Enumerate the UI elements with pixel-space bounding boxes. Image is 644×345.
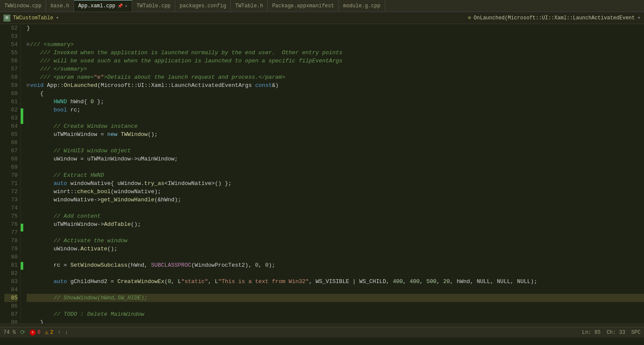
code-line (27, 32, 644, 40)
line-num: 79 (4, 245, 18, 253)
class-dropdown[interactable]: ▾ (56, 15, 59, 21)
error-icon: ✕ (30, 330, 36, 336)
code-line: winrt::check_bool(windowNative); (27, 188, 644, 196)
class-icon: ⊞ (3, 15, 10, 22)
line-num: 86 (4, 302, 18, 310)
tab-package[interactable]: Package.appxmanifest (268, 0, 339, 12)
cursor-col: Ch: 33 (607, 330, 625, 336)
method-dropdown[interactable]: ▾ (638, 15, 641, 21)
code-line (27, 228, 644, 237)
scrollbar-horizontal[interactable] (0, 323, 644, 327)
code-line: rc = SetWindowSubclass(hWnd, SUBCLASSPRO… (27, 261, 644, 269)
code-line: // TODO : Delete MainWindow (27, 310, 644, 318)
tab-appxaml[interactable]: App.xaml.cpp 📌 ✕ (74, 0, 132, 12)
code-line: windowNative->get_WindowHandle(&hWnd); (27, 196, 644, 204)
method-section: ⊕ OnLaunched(Microsoft::UI::Xaml::Launch… (468, 15, 641, 21)
code-line: uWindow.Activate(); (27, 245, 644, 253)
tab-label: packages.config (180, 3, 226, 9)
line-num: 85 (4, 294, 18, 302)
code-line (27, 114, 644, 122)
zoom-level: 74 % (3, 330, 16, 336)
code-line (27, 302, 644, 310)
line-num: 66 (4, 139, 18, 147)
code-line: { (27, 89, 644, 98)
line-num: 82 (4, 269, 18, 277)
code-line (27, 269, 644, 277)
collapse-icon[interactable]: ⊟ (27, 81, 29, 89)
line-num: 80 (4, 253, 18, 261)
line-numbers: 52 53 54 55 56 57 58 59 60 61 62 63 64 6… (3, 24, 21, 323)
line-num: 55 (4, 49, 18, 57)
code-line: bool rc; (27, 106, 644, 114)
line-num: 56 (4, 57, 18, 65)
line-num: 57 (4, 65, 18, 73)
method-name: OnLaunched(Microsoft::UI::Xaml::LaunchAc… (474, 15, 635, 21)
line-num: 65 (4, 130, 18, 139)
code-line (27, 286, 644, 294)
error-count: 0 (37, 330, 40, 336)
line-num: 83 (4, 277, 18, 286)
code-line-current: // ShowWindow(hWnd,SW_HIDE); (27, 294, 644, 302)
code-line: /// will be used such as when the applic… (27, 57, 644, 65)
line-num: 52 (4, 24, 18, 32)
error-indicator: ✕ 0 (30, 330, 40, 336)
sync-icon: ⟳ (20, 329, 25, 336)
code-line: uTWMainWindow = new TWWindow(); (27, 130, 644, 139)
line-num: 71 (4, 179, 18, 188)
code-line: HWND hWnd{ 0 }; (27, 98, 644, 106)
line-num: 62 (4, 106, 18, 114)
warning-count: 2 (50, 330, 53, 336)
code-line: auto windowNative{ uWindow.try_as<IWindo… (27, 179, 644, 188)
line-num: 81 (4, 261, 18, 269)
encoding: SPC (631, 330, 641, 336)
collapse-icon[interactable]: ⊟ (27, 40, 29, 49)
code-line (27, 253, 644, 261)
code-line: /// Invoked when the application is laun… (27, 49, 644, 57)
line-num: 78 (4, 237, 18, 245)
code-line: // Create Window instance (27, 122, 644, 130)
pin-icon: 📌 (118, 3, 123, 9)
line-num: 87 (4, 310, 18, 318)
code-line (27, 204, 644, 212)
line-num: 73 (4, 196, 18, 204)
line-num: 53 (4, 32, 18, 40)
tab-twtableh[interactable]: TWTable.h (231, 0, 268, 12)
tab-twtable[interactable]: TWTable.cpp (132, 0, 175, 12)
status-right: Ln: 85 Ch: 33 SPC (582, 330, 641, 336)
tab-packages[interactable]: packages.config (175, 0, 231, 12)
warning-indicator: ⚠ 2 (45, 329, 53, 336)
tab-base[interactable]: base.h (46, 0, 74, 12)
down-nav[interactable]: ↓ (65, 330, 68, 336)
method-icon: ⊕ (468, 15, 471, 21)
line-num: 77 (4, 228, 18, 237)
line-num: 68 (4, 155, 18, 163)
line-num: 72 (4, 188, 18, 196)
context-bar: ⊞ TWCustomTable ▾ ⊕ OnLaunched(Microsoft… (0, 12, 644, 24)
tab-moduleg[interactable]: module.g.cpp (339, 0, 385, 12)
code-line: // WinUI3 window object (27, 147, 644, 155)
code-line: ⊟/// <summary> (27, 40, 644, 49)
line-num: 70 (4, 171, 18, 179)
line-num: 54 (4, 40, 18, 49)
code-line: ⊟void App::OnLaunched(Microsoft::UI::Xam… (27, 81, 644, 89)
line-num: 75 (4, 212, 18, 220)
tab-label: module.g.cpp (343, 3, 380, 9)
code-line: uTWMainWindow->AddTable(); (27, 220, 644, 228)
warning-icon: ⚠ (45, 329, 48, 336)
cursor-line: Ln: 85 (582, 330, 601, 336)
tab-label: TWWindow.cpp (4, 3, 41, 9)
line-num: 58 (4, 73, 18, 81)
tab-label: TWTable.cpp (136, 3, 170, 9)
tab-label: App.xaml.cpp (78, 3, 115, 9)
close-icon[interactable]: ✕ (125, 3, 127, 9)
line-num: 84 (4, 286, 18, 294)
editor-area: 52 53 54 55 56 57 58 59 60 61 62 63 64 6… (0, 24, 644, 323)
tab-bar: TWWindow.cpp base.h App.xaml.cpp 📌 ✕ TWT… (0, 0, 644, 12)
code-content[interactable]: } ⊟/// <summary> /// Invoked when the ap… (23, 24, 644, 323)
line-num: 67 (4, 147, 18, 155)
class-name: TWCustomTable (13, 15, 53, 21)
tab-twwindow[interactable]: TWWindow.cpp (0, 0, 46, 12)
tab-label: Package.appxmanifest (272, 3, 334, 9)
up-nav[interactable]: ↑ (58, 330, 61, 336)
tab-label: TWTable.h (235, 3, 263, 9)
